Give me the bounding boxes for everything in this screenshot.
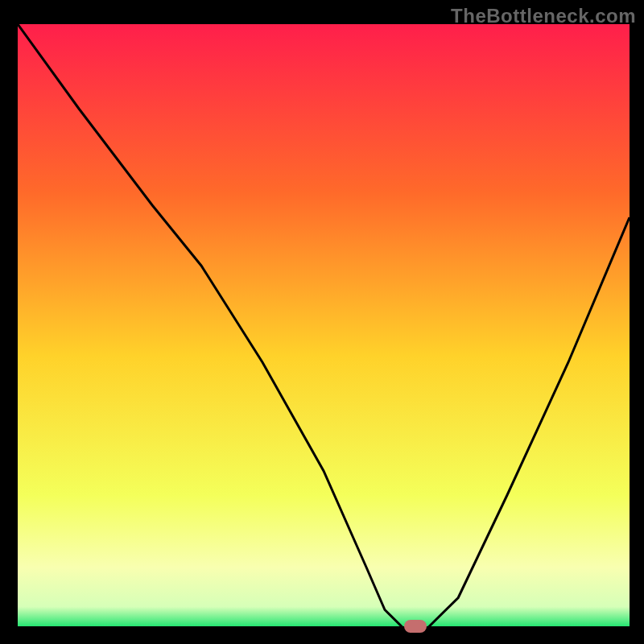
gradient-background	[18, 24, 630, 628]
plot-area	[18, 24, 630, 628]
chart-frame: TheBottleneck.com	[0, 0, 644, 644]
chart-svg	[18, 24, 630, 628]
optimal-marker	[404, 620, 427, 633]
watermark-label: TheBottleneck.com	[451, 5, 636, 27]
